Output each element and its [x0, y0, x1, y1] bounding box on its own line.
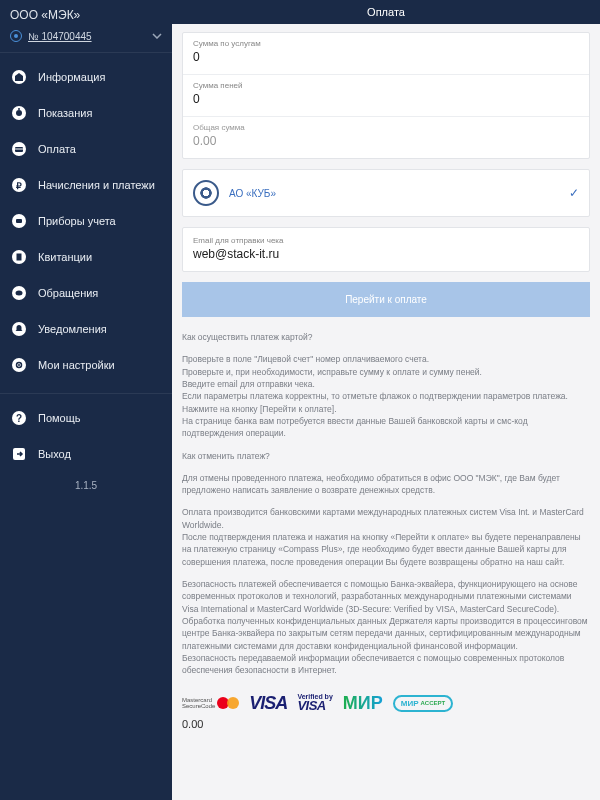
nav-help[interactable]: ? Помощь [0, 400, 172, 436]
page-title: Оплата [172, 0, 600, 24]
content: Сумма по услугам 0 Сумма пеней 0 Общая с… [172, 24, 600, 748]
nav-label: Обращения [38, 287, 98, 299]
help-paragraph: Оплата производится банковскими картами … [182, 506, 590, 568]
nav-requests[interactable]: Обращения [0, 275, 172, 311]
svg-text:?: ? [16, 413, 22, 424]
company-name: ООО «МЭК» [0, 0, 172, 26]
nav-charges[interactable]: ₽ Начисления и платежи [0, 167, 172, 203]
nav-payment[interactable]: Оплата [0, 131, 172, 167]
field-value: 0 [193, 92, 579, 106]
account-number: № 104700445 [28, 31, 92, 42]
nav-notifications[interactable]: Уведомления [0, 311, 172, 347]
help-text: Как осуществить платеж картой? Проверьте… [182, 331, 590, 677]
document-icon [10, 248, 28, 266]
meter-icon [10, 212, 28, 230]
footer-amount: 0.00 [182, 716, 590, 738]
field-label: Общая сумма [193, 123, 579, 132]
nav-label: Оплата [38, 143, 76, 155]
exit-icon [10, 445, 28, 463]
chevron-down-icon [152, 33, 162, 39]
field-label: Email для отправки чека [193, 236, 579, 245]
svg-point-17 [18, 364, 20, 366]
bank-logo-icon [193, 180, 219, 206]
nav-label: Квитанции [38, 251, 92, 263]
svg-text:₽: ₽ [16, 181, 22, 191]
mir-accept-logo: МИРACCEPT [393, 695, 453, 712]
mir-logo: МИР [343, 693, 383, 714]
help-paragraph: Проверьте в поле "Лицевой счет" номер оп… [182, 353, 590, 439]
svg-point-2 [16, 110, 22, 116]
nav-label: Показания [38, 107, 92, 119]
services-amount-field[interactable]: Сумма по услугам 0 [183, 33, 589, 75]
field-value: 0.00 [193, 134, 579, 148]
check-icon: ✓ [569, 186, 579, 200]
gear-icon [10, 356, 28, 374]
total-amount-field: Общая сумма 0.00 [183, 117, 589, 158]
svg-point-13 [16, 291, 23, 296]
chat-icon [10, 284, 28, 302]
nav-readings[interactable]: Показания [0, 95, 172, 131]
svg-rect-11 [17, 254, 22, 261]
help-paragraph: Безопасность платежей обеспечивается с п… [182, 578, 590, 677]
field-label: Сумма по услугам [193, 39, 579, 48]
nav-label: Уведомления [38, 323, 107, 335]
svg-rect-5 [15, 149, 23, 150]
field-label: Сумма пеней [193, 81, 579, 90]
nav-label: Информация [38, 71, 105, 83]
svg-rect-9 [16, 219, 22, 223]
payment-logos: MastercardSecureCode VISA Verified by VI… [182, 687, 590, 716]
help-heading: Как осуществить платеж картой? [182, 331, 590, 343]
help-paragraph: Для отмены проведенного платежа, необход… [182, 472, 590, 497]
nav-meters[interactable]: Приборы учета [0, 203, 172, 239]
gauge-icon [10, 104, 28, 122]
divider [0, 52, 172, 53]
nav-label: Начисления и платежи [38, 179, 155, 191]
nav-list: Информация Показания Оплата ₽ Начисления… [0, 59, 172, 383]
nav-label: Выход [38, 448, 71, 460]
nav-footer: ? Помощь Выход [0, 400, 172, 472]
nav-label: Приборы учета [38, 215, 116, 227]
visa-logo: VISA [249, 693, 287, 714]
help-heading: Как отменить платеж? [182, 450, 590, 462]
nav-receipts[interactable]: Квитанции [0, 239, 172, 275]
verified-by-visa-logo: Verified by VISA [297, 694, 332, 712]
pay-button[interactable]: Перейти к оплате [182, 282, 590, 317]
help-icon: ? [10, 409, 28, 427]
sidebar: ООО «МЭК» № 104700445 Информация Показан… [0, 0, 172, 800]
field-value: 0 [193, 50, 579, 64]
nav-label: Помощь [38, 412, 81, 424]
ruble-icon: ₽ [10, 176, 28, 194]
nav-settings[interactable]: Мои настройки [0, 347, 172, 383]
account-icon [10, 30, 22, 42]
field-value: web@stack-it.ru [193, 247, 579, 261]
account-selector[interactable]: № 104700445 [0, 26, 172, 52]
amounts-card: Сумма по услугам 0 Сумма пеней 0 Общая с… [182, 32, 590, 159]
nav-label: Мои настройки [38, 359, 115, 371]
mastercard-securecode-logo: MastercardSecureCode [182, 696, 239, 710]
bank-card[interactable]: АО «КУБ» ✓ [182, 169, 590, 217]
nav-info[interactable]: Информация [0, 59, 172, 95]
card-icon [10, 140, 28, 158]
divider [0, 393, 172, 394]
bank-name: АО «КУБ» [229, 188, 276, 199]
email-field[interactable]: Email для отправки чека web@stack-it.ru [182, 227, 590, 272]
main: Оплата Сумма по услугам 0 Сумма пеней 0 … [172, 0, 600, 800]
home-icon [10, 68, 28, 86]
penalties-amount-field[interactable]: Сумма пеней 0 [183, 75, 589, 117]
bell-icon [10, 320, 28, 338]
nav-exit[interactable]: Выход [0, 436, 172, 472]
version-label: 1.1.5 [0, 472, 172, 499]
